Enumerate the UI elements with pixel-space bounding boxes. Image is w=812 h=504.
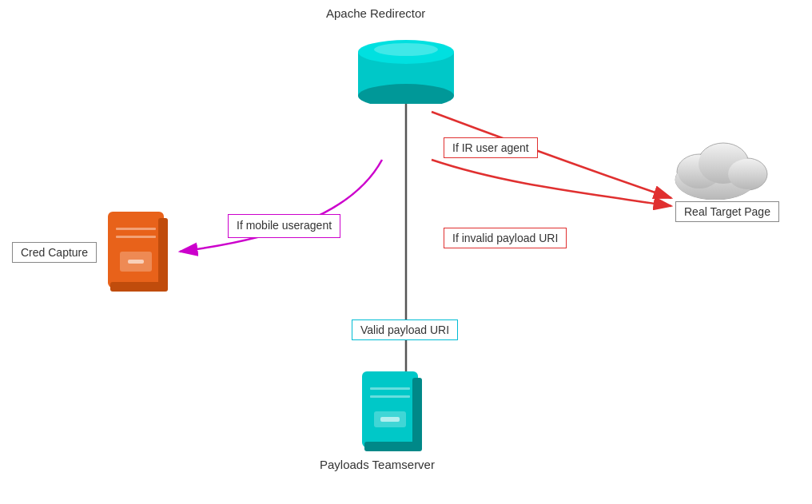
- svg-rect-29: [380, 417, 400, 422]
- svg-rect-14: [128, 260, 144, 264]
- real-target-label: Real Target Page: [675, 201, 779, 222]
- cloud-icon: [671, 128, 775, 203]
- diagram: Apache Redirector Cred Capture: [0, 0, 812, 504]
- svg-point-22: [728, 159, 766, 189]
- if-ir-user-agent-label: If IR user agent: [444, 137, 538, 158]
- svg-rect-10: [110, 282, 168, 292]
- apache-label: Apache Redirector: [326, 6, 425, 20]
- cred-capture-server: [104, 212, 168, 295]
- svg-rect-25: [364, 442, 422, 451]
- svg-rect-9: [158, 218, 168, 286]
- valid-payload-uri-label: Valid payload URI: [352, 319, 458, 340]
- svg-rect-27: [370, 395, 410, 398]
- if-mobile-useragent-label: If mobile useragent: [228, 214, 340, 238]
- svg-rect-24: [412, 378, 422, 446]
- payloads-server: [358, 371, 422, 454]
- svg-rect-26: [370, 387, 410, 390]
- cred-capture-label: Cred Capture: [12, 242, 97, 263]
- svg-rect-12: [116, 236, 156, 238]
- if-invalid-payload-uri-label: If invalid payload URI: [444, 228, 567, 248]
- svg-rect-8: [108, 212, 164, 288]
- svg-rect-23: [362, 371, 418, 447]
- payloads-label: Payloads Teamserver: [320, 458, 435, 471]
- apache-node: [358, 32, 454, 107]
- svg-point-7: [374, 43, 438, 56]
- svg-rect-11: [116, 228, 156, 230]
